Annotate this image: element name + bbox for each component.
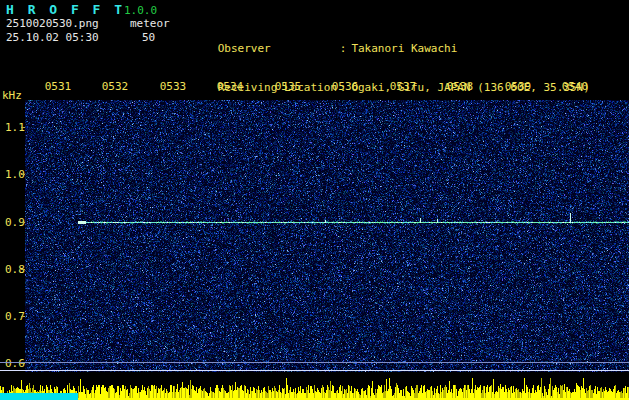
app-version: 1.0.0: [124, 4, 157, 17]
output-filename: 2510020530.png: [6, 17, 99, 30]
app-title: H R O F F T: [6, 2, 125, 17]
time-label: 0538: [442, 80, 478, 93]
info-separator: :: [340, 42, 347, 55]
time-label: 0531: [40, 80, 76, 93]
gridline-bright: [0, 370, 629, 371]
signal-level-canvas: [0, 374, 629, 400]
hrofft-window: H R O F F T 1.0.0 2510020530.png meteor …: [0, 0, 629, 400]
time-label: 0540: [557, 80, 593, 93]
info-row-observer: Observer:Takanori Kawachi: [178, 29, 590, 42]
calibration-bar: [0, 393, 78, 400]
gridline-dim: [0, 362, 629, 363]
frequency-unit-label: kHz: [2, 89, 22, 102]
info-label: Observer: [218, 42, 340, 55]
time-label: 0536: [327, 80, 363, 93]
time-label: 0537: [385, 80, 421, 93]
info-value: Takanori Kawachi: [351, 42, 457, 55]
time-label: 0532: [97, 80, 133, 93]
spectrogram-canvas: [25, 100, 629, 372]
time-label: 0539: [500, 80, 536, 93]
mode-label: meteor: [130, 17, 170, 30]
time-label: 0533: [155, 80, 191, 93]
time-label: 0534: [212, 80, 248, 93]
count-label: 50: [142, 31, 155, 44]
time-label: 0535: [270, 80, 306, 93]
datetime-label: 25.10.02 05:30: [6, 31, 99, 44]
